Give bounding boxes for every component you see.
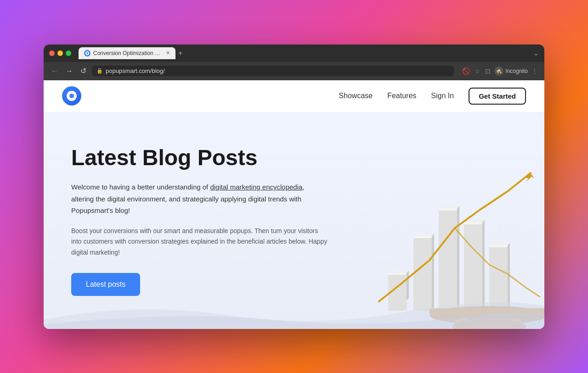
hero-subtitle: Welcome to having a better understanding… xyxy=(71,181,328,217)
svg-rect-13 xyxy=(464,223,482,224)
browser-window: Conversion Optimization & Di... ✕ + ⌄ ← … xyxy=(44,45,544,329)
active-tab[interactable]: Conversion Optimization & Di... ✕ xyxy=(79,47,175,59)
svg-marker-10 xyxy=(439,206,459,209)
svg-rect-1 xyxy=(388,273,407,275)
incognito-icon: 🕵 xyxy=(494,67,503,76)
nav-links: Showcase Features Sign In Get Started xyxy=(339,88,526,105)
svg-rect-9 xyxy=(439,209,457,211)
hero-subtitle-part1: Welcome to having a better understanding… xyxy=(71,183,210,191)
browser-titlebar: Conversion Optimization & Di... ✕ + ⌄ xyxy=(44,45,544,62)
tab-favicon xyxy=(84,50,90,56)
back-button[interactable]: ← xyxy=(49,66,60,76)
extensions-button[interactable]: ⊡ xyxy=(484,67,492,76)
logo-inner xyxy=(67,91,77,101)
bg-mountains xyxy=(44,292,544,329)
svg-rect-17 xyxy=(489,245,508,247)
hero-section: Latest Blog Posts Welcome to having a be… xyxy=(44,112,544,329)
incognito-badge: 🕵 Incognito xyxy=(494,67,528,76)
tab-close-button[interactable]: ✕ xyxy=(166,50,170,56)
nav-showcase[interactable]: Showcase xyxy=(339,92,373,100)
maximize-traffic-light[interactable] xyxy=(66,50,71,56)
get-started-button[interactable]: Get Started xyxy=(469,88,526,105)
svg-marker-18 xyxy=(489,243,510,245)
reload-button[interactable]: ↺ xyxy=(79,66,88,76)
site-nav: Showcase Features Sign In Get Started xyxy=(44,80,544,112)
url-text: popupsmart.com/blog/ xyxy=(106,67,165,74)
website-content: Showcase Features Sign In Get Started La… xyxy=(44,80,544,329)
svg-marker-20 xyxy=(525,173,534,182)
forward-button[interactable]: → xyxy=(64,66,75,76)
svg-marker-2 xyxy=(388,270,409,273)
nav-signin[interactable]: Sign In xyxy=(431,92,454,100)
browser-actions: 🚫 ☆ ⊡ 🕵 Incognito ⋮ xyxy=(461,67,539,76)
svg-rect-5 xyxy=(413,236,432,238)
address-bar[interactable]: 🔒 popupsmart.com/blog/ xyxy=(92,66,454,76)
browser-menu-button[interactable]: ⋮ xyxy=(531,67,539,76)
logo-dot xyxy=(69,94,74,98)
bookmark-button[interactable]: ☆ xyxy=(474,67,481,76)
svg-marker-6 xyxy=(413,234,434,236)
hero-description: Boost your conversions with our smart an… xyxy=(71,226,328,258)
latest-posts-button[interactable]: Latest posts xyxy=(71,273,140,296)
tab-bar: Conversion Optimization & Di... ✕ + ⌄ xyxy=(79,47,539,59)
incognito-label: Incognito xyxy=(505,68,528,74)
close-traffic-light[interactable] xyxy=(49,50,55,56)
tab-title: Conversion Optimization & Di... xyxy=(93,50,162,56)
browser-addressbar: ← → ↺ 🔒 popupsmart.com/blog/ 🚫 ☆ ⊡ 🕵 Inc… xyxy=(44,62,544,80)
no-camera-icon: 🚫 xyxy=(461,67,471,76)
nav-features[interactable]: Features xyxy=(387,92,416,100)
hero-title: Latest Blog Posts xyxy=(71,145,328,170)
tab-menu-button[interactable]: ⌄ xyxy=(533,50,539,57)
hero-text: Latest Blog Posts Welcome to having a be… xyxy=(71,145,328,296)
new-tab-button[interactable]: + xyxy=(176,49,184,57)
site-logo[interactable] xyxy=(62,86,81,106)
minimize-traffic-light[interactable] xyxy=(57,50,63,56)
hero-subtitle-link[interactable]: digital marketing encyclopedia xyxy=(210,183,302,191)
lock-icon: 🔒 xyxy=(96,68,103,74)
traffic-lights xyxy=(49,50,71,56)
